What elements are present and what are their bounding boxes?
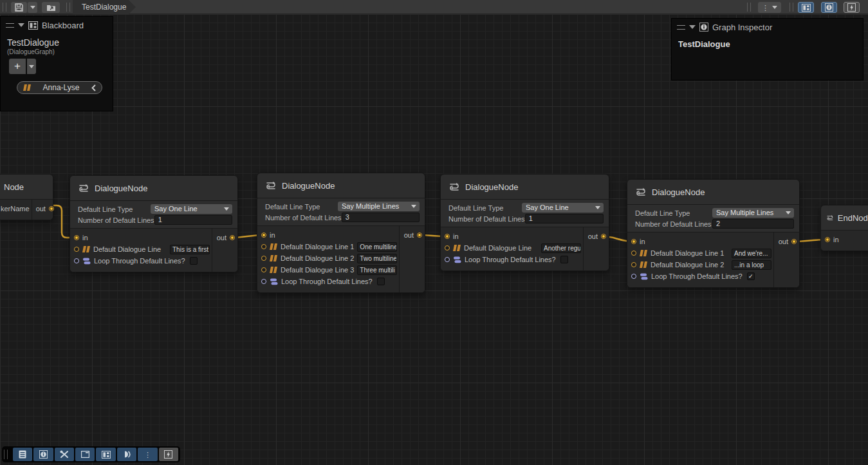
tools-button[interactable] <box>55 448 74 461</box>
line-label: Default Dialogue Line 2 <box>281 254 354 262</box>
in-port[interactable] <box>261 232 266 238</box>
chevron-left-icon[interactable] <box>91 84 96 91</box>
count-field[interactable]: 1 <box>525 214 604 223</box>
loop-port[interactable] <box>261 279 266 284</box>
preview-button[interactable] <box>159 448 178 461</box>
line-type-dropdown[interactable]: Say Multiple Lines <box>712 208 794 218</box>
out-port[interactable] <box>601 234 606 239</box>
dialogue-node-4[interactable]: DialogueNode Default Line Type Say Multi… <box>627 179 800 288</box>
dialogue-node-2[interactable]: DialogueNode Default Line Type Say Multi… <box>257 173 425 293</box>
dialogue-node-1[interactable]: DialogueNode Default Line Type Say One L… <box>69 175 238 272</box>
open-asset-button[interactable] <box>42 2 60 13</box>
end-node[interactable]: EndNode in <box>820 205 868 251</box>
line-value-field[interactable]: ...in a loop <box>732 260 771 270</box>
add-property-dropdown[interactable] <box>27 59 36 74</box>
blackboard-icon <box>802 4 811 12</box>
save-options-dropdown[interactable] <box>28 2 37 13</box>
drag-handle-icon[interactable] <box>677 25 685 30</box>
graph-inspector-header[interactable]: Graph Inspector <box>672 19 863 35</box>
quote-icon <box>640 261 647 268</box>
in-port[interactable] <box>74 235 79 240</box>
bolt-icon <box>164 450 172 459</box>
count-field[interactable]: 2 <box>712 219 794 229</box>
out-port[interactable] <box>49 206 54 211</box>
line-port[interactable] <box>631 251 636 256</box>
count-field[interactable]: 3 <box>342 213 420 222</box>
line-type-label: Default Line Type <box>78 205 151 213</box>
options-menu-button[interactable]: ⋮ <box>758 2 781 13</box>
blackboard-button[interactable] <box>96 448 115 461</box>
line-value-field[interactable]: This is a first <box>170 245 210 254</box>
loop-port[interactable] <box>74 258 79 263</box>
out-port[interactable] <box>417 232 422 238</box>
count-field[interactable]: 1 <box>154 215 232 225</box>
collapse-arrow-icon[interactable] <box>689 25 696 29</box>
speaker-node[interactable]: Node kerName out <box>0 174 53 220</box>
blackboard-panel[interactable]: Blackboard TestDialogue (DialogueGraph) … <box>0 16 113 111</box>
line-type-dropdown[interactable]: Say Multiple Lines <box>338 202 420 211</box>
toolbar-drag-handle[interactable] <box>4 450 8 459</box>
loop-checkbox[interactable] <box>560 256 568 263</box>
breadcrumb-tab[interactable]: TestDialogue <box>73 0 136 14</box>
in-port-label: in <box>453 232 459 240</box>
loop-port[interactable] <box>631 274 636 279</box>
property-name: Anna-Lyse <box>35 83 87 92</box>
graph-canvas[interactable]: Node kerName out <box>0 14 868 465</box>
add-property-button[interactable]: + <box>9 59 26 74</box>
line-label: Default Dialogue Line <box>93 245 161 253</box>
line-value-field[interactable]: Two multiline <box>357 254 397 263</box>
info-button[interactable] <box>33 448 53 461</box>
collapse-arrow-icon[interactable] <box>18 23 24 27</box>
blackboard-header[interactable]: Blackboard <box>1 17 113 33</box>
toggle-inspector-button[interactable] <box>821 2 837 13</box>
window-button[interactable] <box>75 448 95 461</box>
line-port[interactable] <box>631 262 636 267</box>
notes-button[interactable] <box>13 448 32 461</box>
line-type-dropdown[interactable]: Say One Line <box>151 204 232 214</box>
loop-label: Loop Through Default Lines? <box>465 256 556 263</box>
blackboard-title: Blackboard <box>42 21 84 30</box>
loop-checkbox[interactable]: ✓ <box>747 272 755 280</box>
bottom-toolbar: ⋮ <box>2 446 180 462</box>
more-options-button[interactable]: ⋮ <box>138 448 157 461</box>
quote-icon <box>453 245 461 251</box>
line-value-field[interactable]: Three multili <box>357 265 397 275</box>
in-port[interactable] <box>445 234 450 239</box>
count-label: Number of Default Lines <box>448 215 525 223</box>
line-value-field[interactable]: One multiline <box>357 242 397 252</box>
out-port[interactable] <box>230 235 235 240</box>
loop-label: Loop Through Default Lines? <box>281 278 373 285</box>
graph-inspector-panel[interactable]: Graph Inspector TestDialogue <box>671 18 863 81</box>
loop-checkbox[interactable] <box>190 257 198 265</box>
line-port[interactable] <box>74 247 79 252</box>
toolbar-separator <box>747 3 751 12</box>
line-port[interactable] <box>261 267 266 272</box>
line-label: Default Dialogue Line 1 <box>281 243 354 251</box>
save-button[interactable] <box>11 2 27 13</box>
dialogue-node-3[interactable]: DialogueNode Default Line Type Say One L… <box>440 174 609 271</box>
line-port[interactable] <box>261 244 266 249</box>
count-label: Number of Default Lines <box>635 220 712 228</box>
toggle-preview-button[interactable] <box>844 2 860 13</box>
line-value-field[interactable]: Another regu <box>541 243 581 253</box>
line-type-dropdown[interactable]: Say One Line <box>522 203 604 213</box>
contrast-button[interactable] <box>117 448 136 461</box>
in-port[interactable] <box>825 237 830 242</box>
line-port[interactable] <box>445 245 450 251</box>
toolbar-drag-handle[interactable] <box>3 3 6 12</box>
line-port[interactable] <box>261 256 266 261</box>
blackboard-property[interactable]: Anna-Lyse <box>17 81 102 94</box>
loop-checkbox[interactable] <box>377 278 385 285</box>
node-title: DialogueNode <box>441 175 609 200</box>
drag-handle-icon[interactable] <box>6 23 14 28</box>
line-value-field[interactable]: And we're... <box>732 249 771 258</box>
in-port[interactable] <box>631 239 636 244</box>
toolbar-separator <box>790 3 793 12</box>
out-port[interactable] <box>791 239 797 244</box>
quote-icon <box>640 250 647 256</box>
contrast-icon <box>123 450 131 459</box>
toggle-blackboard-button[interactable] <box>798 2 814 13</box>
node-title-label: DialogueNode <box>465 182 518 192</box>
loop-port[interactable] <box>445 257 450 262</box>
chevron-down-icon <box>786 211 791 214</box>
